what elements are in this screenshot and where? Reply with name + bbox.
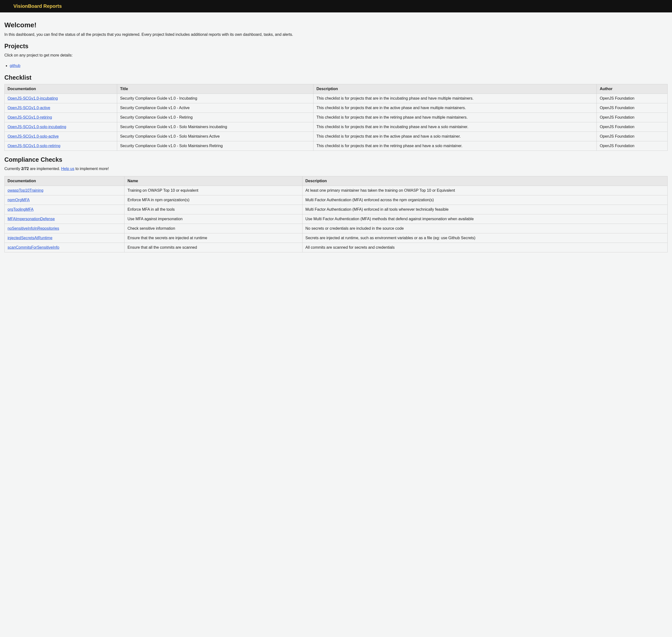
welcome-heading: Welcome!: [4, 21, 668, 29]
checklist-doc-link[interactable]: OpenJS-SCGv1.0-solo-incubating: [7, 125, 66, 129]
table-header-row: Documentation Name Description: [5, 176, 668, 186]
table-row: OpenJS-SCGv1.0-activeSecurity Compliance…: [5, 103, 668, 113]
cell-description: This checklist is for projects that are …: [313, 94, 597, 103]
col-title: Title: [117, 84, 313, 94]
cell-documentation: owaspTop10Training: [5, 186, 125, 195]
checklist-doc-link[interactable]: OpenJS-SCGv1.0-retiring: [7, 115, 52, 120]
compliance-doc-link[interactable]: orgToolingMFA: [7, 207, 34, 212]
cell-title: Security Compliance Guide v1.0 - Solo Ma…: [117, 122, 313, 132]
col-description: Description: [302, 176, 667, 186]
cell-name: Enforce MFA in all the tools: [125, 205, 302, 214]
status-mid: are implemented.: [29, 167, 61, 171]
cell-name: Ensure that all the commits are scanned: [125, 243, 302, 252]
cell-description: This checklist is for projects that are …: [313, 122, 597, 132]
status-suffix: to implement more!: [74, 167, 109, 171]
cell-name: Use MFA against impersonation: [125, 214, 302, 224]
cell-documentation: OpenJS-SCGv1.0-solo-retiring: [5, 141, 117, 151]
checklist-doc-link[interactable]: OpenJS-SCGv1.0-solo-active: [7, 134, 59, 138]
welcome-intro: In this dashboard, you can find the stat…: [4, 32, 668, 37]
main-content: Welcome! In this dashboard, you can find…: [0, 13, 672, 257]
projects-list: github: [4, 62, 668, 69]
cell-documentation: orgToolingMFA: [5, 205, 125, 214]
cell-documentation: npmOrgMFA: [5, 195, 125, 205]
table-row: npmOrgMFAEnforce MFA in npm organization…: [5, 195, 668, 205]
col-documentation: Documentation: [5, 84, 117, 94]
projects-heading: Projects: [4, 43, 668, 50]
cell-title: Security Compliance Guide v1.0 - Retirin…: [117, 113, 313, 122]
cell-author: OpenJS Foundation: [597, 103, 668, 113]
help-us-link[interactable]: Help us: [61, 167, 74, 171]
cell-description: Use Multi Factor Authentication (MFA) me…: [302, 214, 667, 224]
cell-description: Multi Factor Authentication (MFA) enforc…: [302, 205, 667, 214]
cell-documentation: OpenJS-SCGv1.0-active: [5, 103, 117, 113]
cell-documentation: OpenJS-SCGv1.0-retiring: [5, 113, 117, 122]
cell-documentation: scanCommitsForSensitiveInfo: [5, 243, 125, 252]
checklist-heading: Checklist: [4, 74, 668, 81]
cell-documentation: noSensitiveInfoInRepositories: [5, 224, 125, 233]
cell-author: OpenJS Foundation: [597, 113, 668, 122]
cell-documentation: MFAImpersonationDefense: [5, 214, 125, 224]
compliance-doc-link[interactable]: owaspTop10Training: [7, 188, 43, 193]
cell-description: This checklist is for projects that are …: [313, 132, 597, 141]
cell-title: Security Compliance Guide v1.0 - Incubat…: [117, 94, 313, 103]
cell-documentation: OpenJS-SCGv1.0-solo-active: [5, 132, 117, 141]
table-row: owaspTop10TrainingTraining on OWASP Top …: [5, 186, 668, 195]
col-documentation: Documentation: [5, 176, 125, 186]
table-row: injectedSecretsAtRuntimeEnsure that the …: [5, 233, 668, 243]
col-description: Description: [313, 84, 597, 94]
cell-documentation: OpenJS-SCGv1.0-incubating: [5, 94, 117, 103]
list-item: github: [10, 62, 668, 69]
cell-author: OpenJS Foundation: [597, 141, 668, 151]
compliance-status: Currently 2/72 are implemented. Help us …: [4, 166, 668, 171]
cell-documentation: injectedSecretsAtRuntime: [5, 233, 125, 243]
cell-description: This checklist is for projects that are …: [313, 141, 597, 151]
checklist-doc-link[interactable]: OpenJS-SCGv1.0-solo-retiring: [7, 144, 60, 148]
projects-intro: Click on any project to get more details…: [4, 53, 668, 58]
cell-description: No secrets or credentials are included i…: [302, 224, 667, 233]
cell-author: OpenJS Foundation: [597, 132, 668, 141]
cell-author: OpenJS Foundation: [597, 122, 668, 132]
compliance-doc-link[interactable]: injectedSecretsAtRuntime: [7, 236, 52, 240]
table-row: OpenJS-SCGv1.0-incubatingSecurity Compli…: [5, 94, 668, 103]
table-row: OpenJS-SCGv1.0-solo-incubatingSecurity C…: [5, 122, 668, 132]
col-name: Name: [125, 176, 302, 186]
table-row: orgToolingMFAEnforce MFA in all the tool…: [5, 205, 668, 214]
checklist-table: Documentation Title Description Author O…: [4, 84, 668, 151]
col-author: Author: [597, 84, 668, 94]
cell-name: Check sensitive information: [125, 224, 302, 233]
cell-description: All commits are scanned for secrets and …: [302, 243, 667, 252]
table-row: MFAImpersonationDefenseUse MFA against i…: [5, 214, 668, 224]
table-row: OpenJS-SCGv1.0-solo-activeSecurity Compl…: [5, 132, 668, 141]
status-count: 2/72: [21, 167, 29, 171]
status-prefix: Currently: [4, 167, 21, 171]
cell-description: This checklist is for projects that are …: [313, 103, 597, 113]
cell-description: Multi Factor Authentication (MFA) enforc…: [302, 195, 667, 205]
cell-description: Secrets are injected at runtime, such as…: [302, 233, 667, 243]
brand-title: VisionBoard Reports: [13, 3, 62, 9]
checklist-doc-link[interactable]: OpenJS-SCGv1.0-active: [7, 106, 50, 110]
cell-title: Security Compliance Guide v1.0 - Solo Ma…: [117, 132, 313, 141]
project-link-github[interactable]: github: [10, 63, 20, 68]
cell-description: This checklist is for projects that are …: [313, 113, 597, 122]
compliance-doc-link[interactable]: npmOrgMFA: [7, 198, 30, 202]
table-row: OpenJS-SCGv1.0-solo-retiringSecurity Com…: [5, 141, 668, 151]
checklist-doc-link[interactable]: OpenJS-SCGv1.0-incubating: [7, 96, 58, 101]
table-row: scanCommitsForSensitiveInfoEnsure that a…: [5, 243, 668, 252]
cell-title: Security Compliance Guide v1.0 - Solo Ma…: [117, 141, 313, 151]
cell-name: Ensure that the secrets are injected at …: [125, 233, 302, 243]
cell-name: Enforce MFA in npm organization(s): [125, 195, 302, 205]
compliance-doc-link[interactable]: scanCommitsForSensitiveInfo: [7, 245, 59, 250]
cell-title: Security Compliance Guide v1.0 - Active: [117, 103, 313, 113]
table-row: noSensitiveInfoInRepositoriesCheck sensi…: [5, 224, 668, 233]
table-row: OpenJS-SCGv1.0-retiringSecurity Complian…: [5, 113, 668, 122]
compliance-doc-link[interactable]: noSensitiveInfoInRepositories: [7, 226, 59, 231]
cell-author: OpenJS Foundation: [597, 94, 668, 103]
cell-documentation: OpenJS-SCGv1.0-solo-incubating: [5, 122, 117, 132]
topbar: VisionBoard Reports: [0, 0, 672, 13]
compliance-heading: Compliance Checks: [4, 156, 668, 163]
table-header-row: Documentation Title Description Author: [5, 84, 668, 94]
cell-name: Training on OWASP Top 10 or equivalent: [125, 186, 302, 195]
compliance-table: Documentation Name Description owaspTop1…: [4, 176, 668, 252]
compliance-doc-link[interactable]: MFAImpersonationDefense: [7, 217, 55, 221]
cell-description: At least one primary maintainer has take…: [302, 186, 667, 195]
